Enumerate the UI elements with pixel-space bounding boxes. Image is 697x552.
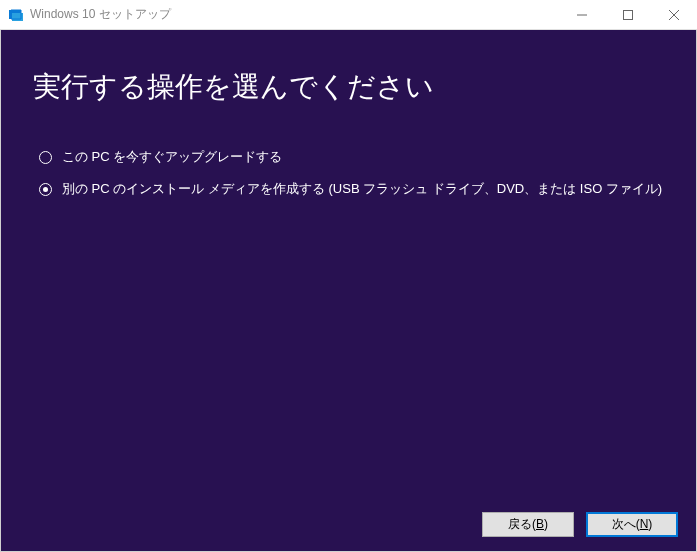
next-button-suffix: ) [648, 517, 652, 531]
footer-buttons: 戻る(B) 次へ(N) [482, 512, 678, 537]
minimize-button[interactable] [559, 0, 605, 30]
option-label: 別の PC のインストール メディアを作成する (USB フラッシュ ドライブ、… [62, 180, 662, 198]
maximize-button[interactable] [605, 0, 651, 30]
window-title: Windows 10 セットアップ [30, 6, 171, 23]
close-button[interactable] [651, 0, 697, 30]
next-button-prefix: 次へ( [612, 517, 640, 531]
svg-rect-3 [624, 10, 633, 19]
radio-icon [39, 151, 52, 164]
option-label: この PC を今すぐアップグレードする [62, 148, 282, 166]
option-upgrade-this-pc[interactable]: この PC を今すぐアップグレードする [39, 148, 662, 166]
back-button-accel: B [536, 517, 544, 531]
back-button-prefix: 戻る( [508, 517, 536, 531]
back-button[interactable]: 戻る(B) [482, 512, 574, 537]
titlebar: Windows 10 セットアップ [0, 0, 697, 30]
client-area: 実行する操作を選んでください この PC を今すぐアップグレードする 別の PC… [0, 30, 697, 552]
option-create-install-media[interactable]: 別の PC のインストール メディアを作成する (USB フラッシュ ドライブ、… [39, 180, 662, 198]
next-button[interactable]: 次へ(N) [586, 512, 678, 537]
back-button-suffix: ) [544, 517, 548, 531]
radio-icon [39, 183, 52, 196]
page-heading: 実行する操作を選んでください [33, 68, 434, 106]
options-group: この PC を今すぐアップグレードする 別の PC のインストール メディアを作… [39, 148, 662, 212]
app-icon [8, 7, 24, 23]
